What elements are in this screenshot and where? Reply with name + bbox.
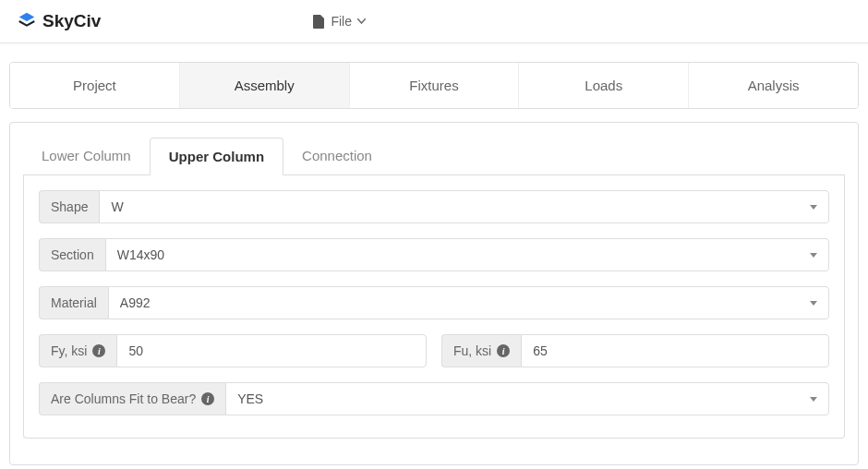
tab-analysis[interactable]: Analysis [689,63,858,108]
fy-input[interactable]: 50 [116,334,427,367]
main-content: Project Assembly Fixtures Loads Analysis… [0,43,868,469]
info-icon[interactable]: i [201,392,214,405]
tab-project[interactable]: Project [10,63,180,108]
file-menu-label: File [331,14,352,29]
fy-value: 50 [128,343,143,358]
sub-tabs: Lower Column Upper Column Connection [23,138,845,175]
chevron-down-icon [357,18,366,24]
material-value: A992 [120,295,151,310]
fu-input[interactable]: 65 [521,334,829,367]
fit-to-bear-select[interactable]: YES [225,382,829,415]
subtab-lower-column[interactable]: Lower Column [23,138,150,174]
fy-label: Fy, ksi i [39,334,116,367]
tab-loads[interactable]: Loads [519,63,689,108]
material-field: Material A992 [39,286,829,319]
brand-logo: SkyCiv [17,11,101,31]
tab-assembly[interactable]: Assembly [180,63,350,108]
fit-to-bear-value: YES [237,391,263,406]
fy-field: Fy, ksi i 50 [39,334,427,367]
logo-icon [17,11,37,31]
section-value: W14x90 [117,247,164,262]
subtab-upper-column[interactable]: Upper Column [150,138,283,175]
file-menu[interactable]: File [313,14,366,29]
fu-label: Fu, ksi i [441,334,521,367]
fit-to-bear-field: Are Columns Fit to Bear? i YES [39,382,829,415]
assembly-panel: Lower Column Upper Column Connection Sha… [9,122,859,465]
info-icon[interactable]: i [92,344,105,357]
material-select[interactable]: A992 [108,286,829,319]
fu-value: 65 [533,343,548,358]
shape-value: W [111,199,123,214]
fit-to-bear-label: Are Columns Fit to Bear? i [39,382,225,415]
file-icon [313,15,325,29]
info-icon[interactable]: i [497,344,510,357]
tab-fixtures[interactable]: Fixtures [350,63,520,108]
topbar: SkyCiv File [0,0,868,43]
section-select[interactable]: W14x90 [105,238,829,271]
shape-label: Shape [39,190,99,223]
section-label: Section [39,238,105,271]
fu-field: Fu, ksi i 65 [441,334,829,367]
chevron-down-icon [810,301,817,306]
chevron-down-icon [810,253,817,258]
chevron-down-icon [810,397,817,402]
chevron-down-icon [810,205,817,210]
section-field: Section W14x90 [39,238,829,271]
shape-select[interactable]: W [99,190,829,223]
main-tabs: Project Assembly Fixtures Loads Analysis [9,62,859,109]
brand-name: SkyCiv [42,11,101,31]
shape-field: Shape W [39,190,829,223]
upper-column-form: Shape W Section W14x90 [23,175,845,439]
subtab-connection[interactable]: Connection [283,138,391,174]
material-label: Material [39,286,108,319]
